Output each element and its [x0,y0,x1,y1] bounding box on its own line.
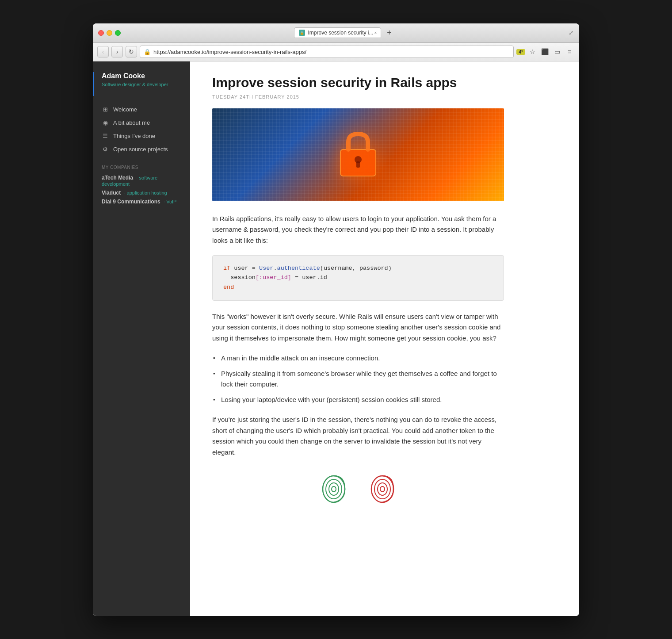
address-input[interactable] [153,49,510,55]
hero-image [212,108,504,201]
browser-window: 🔒 Improve session security i... × + ⤢ ‹ … [93,23,579,616]
dial9-name: Dial 9 Communications [102,199,160,205]
svg-point-7 [332,486,336,492]
tab-favicon: 🔒 [299,30,305,36]
svg-point-9 [374,479,390,499]
close-button[interactable] [98,30,104,36]
sidebar: Adam Cooke Software designer & developer… [93,61,190,616]
bullet-item-3: Losing your laptop/device with your (per… [212,394,504,406]
code-line-2: session[:user_id] = user.id [223,273,493,283]
extensions-icon[interactable]: ⬛ [539,46,550,57]
new-tab-button[interactable]: + [384,27,395,38]
nav-opensource-label: Open source projects [113,146,168,153]
article: Improve session security in Rails apps T… [190,61,526,524]
sidebar-header: Adam Cooke Software designer & developer [93,72,190,96]
author-tagline: Software designer & developer [102,82,181,87]
titlebar: 🔒 Improve session security i... × + ⤢ [93,23,579,43]
menu-icon[interactable]: ≡ [564,46,575,57]
traffic-lights [98,30,121,36]
resize-icon: ⤢ [569,29,574,36]
article-body1: This "works" however it isn't overly sec… [212,311,504,344]
atech-name: aTech Media [102,175,133,181]
svg-point-5 [326,479,342,499]
article-intro: In Rails applications, it's really easy … [212,214,504,246]
bullet-item-2: Physically stealing it from someone's br… [212,368,504,390]
company-viaduct[interactable]: Viaduct · application hosting [93,188,190,197]
company-dial9[interactable]: Dial 9 Communications · VoIP [93,197,190,206]
article-body: In Rails applications, it's really easy … [212,214,504,507]
forward-button[interactable]: › [111,46,123,57]
cast-icon[interactable]: ▭ [552,46,562,57]
svg-rect-3 [340,149,376,176]
company-atech[interactable]: aTech Media · software development [93,173,190,188]
forward-icon: › [116,48,118,55]
temperature-badge: 4° [516,49,525,55]
viaduct-name: Viaduct [102,190,121,196]
bullet-item-1: A man in the middle attack on an insecur… [212,353,504,364]
refresh-button[interactable]: ↻ [126,46,137,57]
nav-things-label: Things I've done [113,133,155,139]
browser-toolbar: ‹ › ↻ 🔒 4° ☆ ⬛ ▭ ≡ [93,43,579,61]
companies-section-title: My Companies [93,156,190,173]
sidebar-nav: ⊞ Welcome ◉ A bit about me ☰ Things I've… [93,103,190,156]
author-name: Adam Cooke [102,72,181,80]
nav-about-label: A bit about me [113,119,150,126]
about-icon: ◉ [102,119,109,126]
fingerprint-red [367,471,398,507]
article-body2: If you're just storing the user's ID in … [212,414,504,458]
tab-bar: 🔒 Improve session security i... × + [124,27,565,38]
bookmark-icon[interactable]: ☆ [527,46,538,57]
back-button[interactable]: ‹ [97,46,109,57]
welcome-icon: ⊞ [102,106,109,113]
lock-illustration [336,130,380,180]
back-icon: ‹ [102,48,104,55]
sidebar-item-things[interactable]: ☰ Things I've done [93,130,190,143]
article-title: Improve session security in Rails apps [212,75,504,91]
fingerprint-row [212,467,504,507]
svg-point-11 [380,486,385,492]
sidebar-item-opensource[interactable]: ⚙ Open source projects [93,143,190,156]
refresh-icon: ↻ [129,48,134,55]
toolbar-right: 4° ☆ ⬛ ▭ ≡ [516,46,575,57]
opensource-icon: ⚙ [102,146,109,153]
dial9-desc: · VoIP [164,199,176,204]
code-line-3: end [223,283,493,292]
code-line-1: if user = User.authenticate(username, pa… [223,264,493,273]
minimize-button[interactable] [107,30,112,36]
sidebar-item-about[interactable]: ◉ A bit about me [93,116,190,130]
nav-welcome-label: Welcome [113,106,137,113]
fullscreen-button[interactable] [115,30,121,36]
things-icon: ☰ [102,133,109,140]
article-content: Improve session security in Rails apps T… [190,61,579,616]
ssl-icon: 🔒 [144,49,151,55]
bullet-list: A man in the middle attack on an insecur… [212,353,504,406]
address-bar-container: 🔒 [140,46,514,58]
article-date: Tuesday 24th February 2015 [212,94,504,99]
viaduct-desc: · application hosting [124,190,167,195]
main-content: Adam Cooke Software designer & developer… [93,61,579,616]
tab-close-button[interactable]: × [373,30,379,36]
code-block: if user = User.authenticate(username, pa… [212,255,504,301]
svg-point-6 [329,483,339,495]
fingerprint-green [318,471,349,507]
sidebar-item-welcome[interactable]: ⊞ Welcome [93,103,190,116]
tab-title: Improve session security i... [308,30,373,36]
active-tab[interactable]: 🔒 Improve session security i... × [294,27,381,38]
svg-point-10 [378,483,387,495]
